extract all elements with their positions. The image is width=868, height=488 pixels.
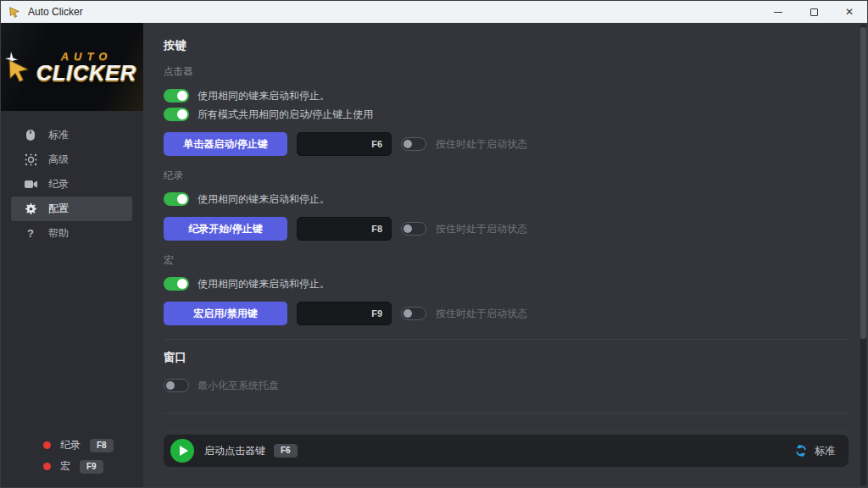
scrollbar-track[interactable]: [860, 25, 866, 485]
hold-label: 按住时处于启动状态: [436, 137, 527, 152]
record-hotkey-button[interactable]: 纪录开始/停止键: [164, 217, 287, 241]
sidebar-item-config[interactable]: 配置: [11, 197, 132, 221]
divider: [164, 430, 849, 431]
logo-cursor-icon: [4, 50, 33, 84]
tray-label: 最小化至系统托盘: [198, 379, 279, 393]
sidebar-item-label: 帮助: [48, 226, 69, 241]
sidebar-item-label: 配置: [48, 202, 69, 216]
macro-hold-toggle[interactable]: [401, 307, 426, 320]
minimize-icon: [774, 12, 782, 13]
divider: [164, 339, 849, 340]
macro-hotkey-row: 宏启用/禁用键 按住时处于启动状态: [164, 302, 849, 325]
tray-toggle-row: 最小化至系统托盘: [164, 379, 849, 392]
status-macro: 宏 F9: [43, 459, 143, 474]
logo-text-clicker: CLICKER: [36, 63, 136, 84]
hold-label: 按住时处于启动状态: [436, 307, 527, 321]
toggle-label: 使用相同的键来启动和停止。: [198, 89, 330, 103]
macro-key-badge: F9: [80, 460, 103, 474]
record-hold-toggle[interactable]: [401, 222, 426, 236]
window-title: Auto Clicker: [28, 6, 760, 18]
close-button[interactable]: ✕: [832, 1, 867, 23]
section-label-clicker: 点击器: [164, 65, 849, 78]
same-key-toggle[interactable]: [164, 89, 189, 103]
maximize-button[interactable]: [796, 1, 832, 23]
video-camera-icon: [24, 178, 37, 191]
titlebar: Auto Clicker ✕: [1, 1, 867, 23]
status-label: 宏: [60, 459, 70, 474]
record-key-input[interactable]: [297, 217, 392, 241]
macro-status-dot: [43, 463, 51, 470]
clicker-key-input[interactable]: [297, 132, 392, 156]
toggle-label: 使用相同的键来启动和停止。: [198, 277, 330, 291]
logo-panel: AUTO CLICKER: [1, 23, 143, 111]
section-label-record: 纪录: [164, 169, 849, 182]
status-record: 纪录 F8: [43, 438, 143, 452]
main-content: 按键 点击器 使用相同的键来启动和停止。 所有模式共用相同的启动/停止键上使用 …: [143, 23, 867, 487]
advanced-icon: [24, 153, 37, 167]
sidebar-item-help[interactable]: ? 帮助: [11, 221, 132, 246]
sidebar-item-record[interactable]: 纪录: [11, 172, 132, 197]
status-label: 纪录: [60, 438, 81, 452]
record-status-dot: [43, 441, 51, 449]
logo: AUTO CLICKER: [36, 50, 136, 84]
footer-action-bar: 启动点击器键 F6 标准: [164, 435, 849, 467]
macro-hotkey-button[interactable]: 宏启用/禁用键: [164, 302, 287, 325]
sidebar: AUTO CLICKER 标准: [1, 23, 143, 487]
refresh-icon: [794, 444, 808, 458]
hotkey-status-list: 纪录 F8 宏 F9: [43, 438, 143, 474]
same-key-toggle-row: 使用相同的键来启动和停止。: [164, 89, 849, 103]
sidebar-item-advanced[interactable]: 高级: [11, 147, 132, 172]
app-window: Auto Clicker ✕ AUTO CLICKER: [0, 0, 868, 488]
record-key-badge: F8: [90, 439, 114, 452]
record-same-key-toggle-row: 使用相同的键来启动和停止。: [164, 192, 849, 206]
mode-switcher[interactable]: 标准: [794, 444, 835, 458]
clicker-hold-toggle[interactable]: [401, 137, 426, 151]
toggle-label: 所有模式共用相同的启动/停止键上使用: [198, 108, 373, 122]
section-label-macro: 宏: [164, 254, 849, 267]
section-title-window: 窗口: [164, 350, 849, 365]
minimize-button[interactable]: [760, 1, 796, 23]
start-clicker-button[interactable]: [170, 439, 194, 463]
start-clicker-label: 启动点击器键: [204, 444, 265, 458]
hold-label: 按住时处于启动状态: [436, 222, 527, 236]
clicker-hotkey-button[interactable]: 单击器启动/停止键: [164, 132, 287, 156]
app-cursor-icon: [8, 6, 20, 18]
sidebar-item-label: 纪录: [48, 177, 69, 191]
macro-same-key-toggle-row: 使用相同的键来启动和停止。: [164, 277, 849, 291]
sidebar-item-label: 标准: [48, 128, 69, 142]
maximize-icon: [810, 8, 818, 16]
record-same-key-toggle[interactable]: [164, 192, 189, 206]
macro-same-key-toggle[interactable]: [164, 277, 189, 291]
sidebar-item-label: 高级: [48, 152, 69, 167]
question-icon: ?: [24, 227, 37, 241]
shared-key-toggle-row: 所有模式共用相同的启动/停止键上使用: [164, 108, 849, 121]
sidebar-nav: 标准 高级: [1, 123, 143, 246]
toggle-label: 使用相同的键来启动和停止。: [198, 192, 330, 207]
mouse-icon: [24, 129, 37, 142]
sidebar-item-standard[interactable]: 标准: [11, 123, 132, 147]
record-hotkey-row: 纪录开始/停止键 按住时处于启动状态: [164, 217, 849, 241]
scrollbar-thumb[interactable]: [860, 27, 866, 339]
macro-key-input[interactable]: [297, 302, 392, 325]
clicker-hotkey-row: 单击器启动/停止键 按住时处于启动状态: [164, 132, 849, 156]
shared-key-toggle[interactable]: [164, 108, 189, 121]
mode-label: 标准: [815, 444, 835, 458]
start-key-badge: F6: [274, 444, 298, 458]
close-icon: ✕: [845, 7, 854, 17]
play-icon: [180, 446, 188, 456]
divider: [164, 413, 849, 413]
page-title: 按键: [164, 38, 849, 53]
minimize-to-tray-toggle[interactable]: [164, 379, 189, 392]
gear-icon: [24, 202, 37, 216]
